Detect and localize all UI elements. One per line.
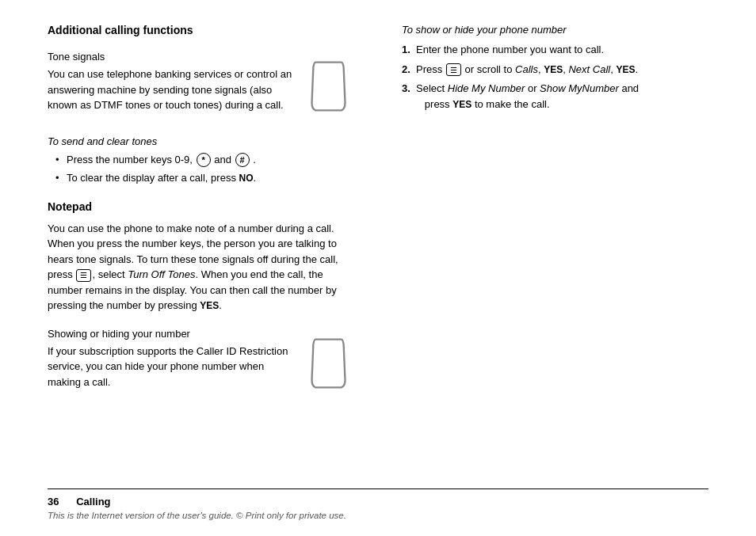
step3-num: 3. <box>402 81 410 97</box>
bullet2-prefix: To clear the display after a call, press <box>67 172 236 184</box>
step3-final: to make the call. <box>472 98 549 110</box>
main-title: Additional calling functions <box>48 24 354 36</box>
phone-svg-1 <box>307 59 350 114</box>
phone-image-2 <box>307 336 354 393</box>
notepad-body2-prefix: select <box>98 268 128 280</box>
step2-prefix: Press <box>416 63 442 75</box>
step3-italic2: Show MyNumber <box>540 82 619 94</box>
notepad-body: You can use the phone to make note of a … <box>48 221 354 314</box>
notepad-section: Notepad You can use the phone to make no… <box>48 200 354 314</box>
notepad-subtitle: Notepad <box>48 200 354 213</box>
footer-page-line: 36 Calling <box>48 496 708 507</box>
page-number: 36 <box>48 496 59 507</box>
main-title-section: Additional calling functions <box>48 24 354 36</box>
footer-disclaimer: This is the Internet version of the user… <box>48 511 708 520</box>
tone-signals-text: Tone signals You can use telephone banki… <box>48 51 299 121</box>
showing-section: Showing or hiding your number If your su… <box>48 328 354 398</box>
footer: 36 Calling This is the Internet version … <box>48 488 708 520</box>
menu-key-notepad: ☰ <box>76 269 91 282</box>
phone-svg-2 <box>307 336 350 391</box>
show-hide-section: To show or hide your phone number 1. Ent… <box>402 24 708 112</box>
step-1: 1. Enter the phone number you want to ca… <box>402 42 708 58</box>
showing-subtitle: Showing or hiding your number <box>48 328 299 340</box>
turn-off-tones: Turn Off Tones <box>128 268 195 280</box>
footer-section: Calling <box>76 496 110 507</box>
notepad-body-end-text: the number by pressing <box>90 299 200 311</box>
phone-image-1 <box>307 59 354 116</box>
bullet1-suffix: . <box>253 154 256 165</box>
page: Additional calling functions Tone signal… <box>0 0 756 536</box>
bullet-item-1: Press the number keys 0-9, * and # . <box>55 152 354 168</box>
content-area: Additional calling functions Tone signal… <box>48 24 708 481</box>
tone-signals-block: Tone signals You can use telephone banki… <box>48 51 354 121</box>
show-hide-list: 1. Enter the phone number you want to ca… <box>402 42 708 112</box>
bullet-item-2: To clear the display after a call, press… <box>55 170 354 186</box>
step2-yes2: YES <box>616 64 635 75</box>
send-clear-list: Press the number keys 0-9, * and # . To … <box>48 152 354 186</box>
showing-block: Showing or hiding your number If your su… <box>48 328 354 398</box>
step2-yes1: YES <box>544 64 563 75</box>
hash-key: # <box>235 153 250 167</box>
step3-italic1: Hide My Number <box>448 82 525 94</box>
menu-key-step2: ☰ <box>446 63 461 76</box>
bullet2-suffix: . <box>254 172 257 184</box>
step-3: 3. Select Hide My Number or Show MyNumbe… <box>402 81 708 112</box>
showing-body: If your subscription supports the Caller… <box>48 344 299 390</box>
step2-next: Next Call <box>568 63 610 75</box>
no-key: NO <box>239 173 254 184</box>
step3-end: press <box>416 98 452 110</box>
step2-num: 2. <box>402 62 410 78</box>
send-clear-tones-section: To send and clear tones Press the number… <box>48 135 354 186</box>
step2-calls: Calls <box>515 63 538 75</box>
star-key: * <box>197 153 211 167</box>
footer-tab <box>62 496 73 507</box>
step3-or: or <box>528 82 540 94</box>
bullet1-prefix: Press the number keys 0-9, <box>67 154 193 165</box>
send-clear-subtitle: To send and clear tones <box>48 135 354 147</box>
notepad-period: . <box>219 299 222 311</box>
bullet1-and: and <box>214 154 234 165</box>
step-2: 2. Press ☰ or scroll to Calls, YES, Next… <box>402 62 708 78</box>
yes-key-notepad: YES <box>200 300 219 311</box>
right-column: To show or hide your phone number 1. Ent… <box>386 24 708 481</box>
tone-signals-section: Tone signals You can use telephone banki… <box>48 51 354 121</box>
step1-text: Enter the phone number you want to call. <box>416 44 604 55</box>
step1-num: 1. <box>402 42 410 58</box>
step3-suffix: and <box>621 82 639 94</box>
step2-middle: or scroll to <box>464 63 515 75</box>
tone-signals-body: You can use telephone banking services o… <box>48 67 299 113</box>
step3-prefix: Select <box>416 82 448 94</box>
show-hide-subtitle: To show or hide your phone number <box>402 24 708 36</box>
left-column: Additional calling functions Tone signal… <box>48 24 370 481</box>
step2-suffix: . <box>635 63 638 75</box>
step3-yes: YES <box>452 99 472 110</box>
showing-text: Showing or hiding your number If your su… <box>48 328 299 398</box>
tone-signals-subtitle: Tone signals <box>48 51 299 63</box>
